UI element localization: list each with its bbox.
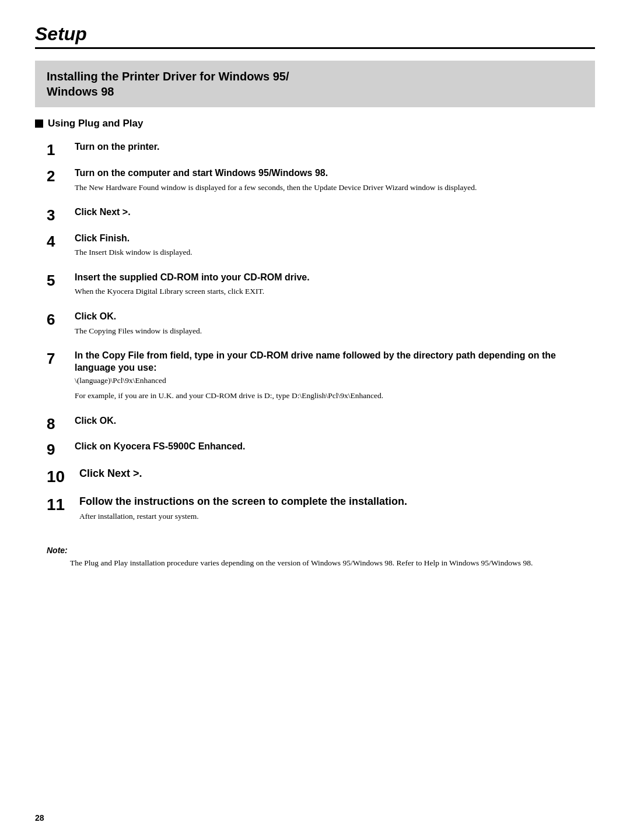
step-number-7: 7 [47,350,75,368]
step-number-1: 1 [47,141,75,159]
step-number-11: 11 [47,495,79,515]
step-number-3: 3 [47,206,75,224]
step-content-9: Click on Kyocera FS-5900C Enhanced. [75,441,595,462]
square-bullet-icon [35,120,43,128]
step-code-7: \(language)\Pcl\9x\Enhanced [75,376,595,385]
step-row: 4 Click Finish. The Insert Disk window i… [47,233,595,268]
step-number-2: 2 [47,167,75,185]
step-row: 7 In the Copy File from field, type in y… [47,350,595,412]
note-label: Note: [47,546,595,555]
page-container: Setup Installing the Printer Driver for … [0,0,630,840]
note-text: The Plug and Play installation procedure… [47,557,595,569]
step-number-8: 8 [47,415,75,433]
step-row: 8 Click OK. [47,415,595,437]
step-number-6: 6 [47,311,75,329]
step-content-11: Follow the instructions on the screen to… [79,495,595,532]
step-content-6: Click OK. The Copying Files window is di… [75,311,595,346]
step-sub-text-5: When the Kyocera Digital Library screen … [75,286,595,297]
step-content-2: Turn on the computer and start Windows 9… [75,167,595,203]
step-example-7: For example, if you are in U.K. and your… [75,390,595,402]
section-title-box: Installing the Printer Driver for Window… [35,61,595,107]
step-content-10: Click Next >. [79,467,595,490]
section-title-text: Installing the Printer Driver for Window… [47,69,583,99]
step-main-text-7: In the Copy File from field, type in you… [75,350,595,374]
step-row: 9 Click on Kyocera FS-5900C Enhanced. [47,441,595,462]
step-row: 3 Click Next >. [47,206,595,228]
step-number-9: 9 [47,441,75,459]
step-main-text-10: Click Next >. [79,467,595,480]
steps-container: 1 Turn on the printer. 2 Turn on the com… [35,141,595,532]
step-sub-text-4: The Insert Disk window is displayed. [75,247,595,258]
step-content-7: In the Copy File from field, type in you… [75,350,595,412]
step-number-4: 4 [47,233,75,251]
step-sub-text-6: The Copying Files window is displayed. [75,325,595,337]
setup-header: Setup [35,23,595,49]
step-content-5: Insert the supplied CD-ROM into your CD-… [75,272,595,307]
step-main-text-1: Turn on the printer. [75,141,595,153]
step-sub-text-2: The New Hardware Found window is display… [75,182,595,194]
step-main-text-5: Insert the supplied CD-ROM into your CD-… [75,272,595,284]
step-main-text-8: Click OK. [75,415,595,427]
step-main-text-9: Click on Kyocera FS-5900C Enhanced. [75,441,595,453]
step-number-10: 10 [47,467,79,487]
step-row: 6 Click OK. The Copying Files window is … [47,311,595,346]
page-number: 28 [35,813,44,823]
step-row: 5 Insert the supplied CD-ROM into your C… [47,272,595,307]
setup-title: Setup [35,23,87,44]
step-row: 1 Turn on the printer. [47,141,595,163]
step-content-8: Click OK. [75,415,595,437]
step-row: 2 Turn on the computer and start Windows… [47,167,595,203]
step-content-1: Turn on the printer. [75,141,595,163]
step-number-5: 5 [47,272,75,290]
step-content-4: Click Finish. The Insert Disk window is … [75,233,595,268]
step-main-text-11: Follow the instructions on the screen to… [79,495,595,508]
step-main-text-6: Click OK. [75,311,595,323]
step-main-text-4: Click Finish. [75,233,595,245]
step-content-3: Click Next >. [75,206,595,228]
subsection-heading: Using Plug and Play [35,118,595,129]
step-main-text-3: Click Next >. [75,206,595,219]
step-main-text-2: Turn on the computer and start Windows 9… [75,167,595,180]
step-row: 10 Click Next >. [47,467,595,490]
step-row: 11 Follow the instructions on the screen… [47,495,595,532]
step-sub-text-11: After installation, restart your system. [79,511,595,522]
note-section: Note: The Plug and Play installation pro… [35,546,595,569]
